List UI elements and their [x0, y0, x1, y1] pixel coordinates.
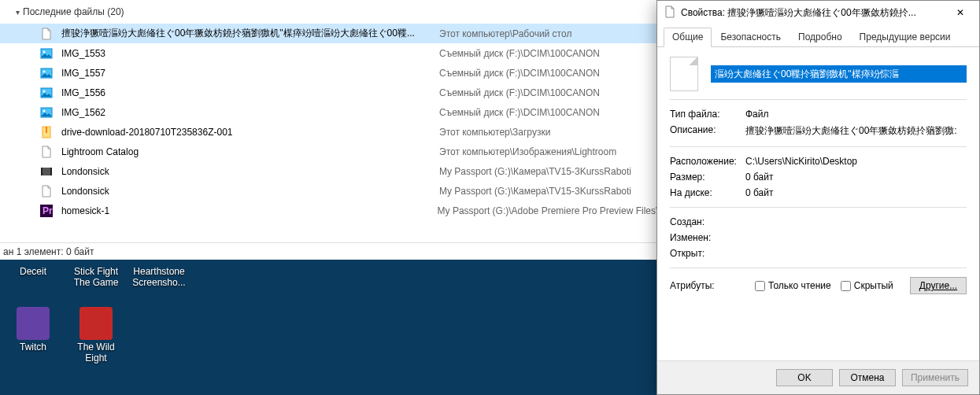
desktop-shortcut[interactable]: Twitch — [6, 307, 60, 364]
file-path: My Passport (G:)\Камера\TV15-3KurssRabot… — [439, 186, 631, 197]
explorer-window: ▾ Последние файлы (20) 擅骏浄獗噎漚竕⼤彪偹往ぐ00年獗敛… — [0, 0, 657, 260]
recent-files-header[interactable]: ▾ Последние файлы (20) — [0, 0, 657, 24]
file-row[interactable]: IMG_1562Съемный диск (F:)\DCIM\100CANON — [0, 102, 657, 122]
file-row[interactable]: IMG_1556Съемный диск (F:)\DCIM\100CANON — [0, 83, 657, 102]
zip-icon — [39, 125, 54, 139]
file-row[interactable]: Prhomesick-1My Passport (G:)\Adobe Premi… — [0, 201, 657, 220]
svg-point-3 — [43, 70, 46, 72]
file-name: Londonsick — [61, 166, 439, 177]
file-icon — [39, 27, 54, 41]
svg-rect-9 — [46, 127, 47, 133]
file-path: Этот компьютер\Изображения\Lightroom — [439, 146, 616, 157]
other-attributes-button[interactable]: Другие... — [910, 277, 967, 294]
value-description: 擅骏浄獗噎漚竕⼤彪偹往ぐ00年獗敛枋鐃扵蕕劉獥: — [745, 124, 967, 138]
tab-предыдущие версии[interactable]: Предыдущие версии — [851, 28, 960, 46]
readonly-checkbox[interactable]: Только чтение — [755, 280, 831, 291]
close-icon: ✕ — [956, 7, 964, 18]
label-description: Описание: — [670, 124, 745, 138]
file-path: Этот компьютер\Загрузки — [439, 127, 550, 138]
label-type: Тип файла: — [670, 109, 745, 120]
label-attributes: Атрибуты: — [670, 280, 745, 291]
value-location: C:\Users\NicKirito\Desktop — [745, 156, 967, 167]
chevron-down-icon: ▾ — [16, 8, 20, 17]
label-opened: Открыт: — [670, 248, 745, 259]
shortcut-label: Twitch — [6, 341, 60, 353]
file-name: Lightroom Catalog — [61, 146, 439, 157]
filename-input[interactable] — [711, 65, 967, 83]
shortcut-label: The Wild Eight — [69, 341, 123, 364]
app-icon — [80, 307, 113, 340]
file-path: My Passport (G:)\Камера\TV15-3KurssRabot… — [439, 166, 631, 177]
dialog-titlebar[interactable]: Свойства: 擅骏浄獗噎漚竕⼤彪偹往ぐ00年獗敛枋鐃扵... ✕ — [657, 1, 979, 24]
app-icon — [17, 307, 50, 340]
shortcut-label: Deceit — [6, 266, 60, 277]
label-on-disk: На диске: — [670, 187, 745, 198]
svg-rect-11 — [41, 168, 43, 175]
file-name: IMG_1553 — [61, 48, 439, 59]
file-icon — [664, 6, 676, 20]
file-name: drive-download-20180710T235836Z-001 — [61, 127, 439, 138]
tab-общие[interactable]: Общие — [664, 28, 712, 47]
file-row[interactable]: 擅骏浄獗噎漚竕⼤彪偹往ぐ00年獗敛枋鐃扵蕕劉獥机"楳瘁竕噎漚竕⼤彪偹往ぐ00鞢.… — [0, 24, 657, 43]
svg-point-7 — [43, 109, 46, 112]
value-type: Файл — [745, 109, 967, 120]
properties-dialog: Свойства: 擅骏浄獗噎漚竕⼤彪偹往ぐ00年獗敛枋鐃扵... ✕ Общи… — [656, 0, 980, 395]
shortcut-label: Stick Fight The Game — [69, 266, 123, 288]
file-icon — [39, 184, 54, 198]
file-path: Съемный диск (F:)\DCIM\100CANON — [439, 87, 600, 98]
image-icon — [39, 66, 54, 80]
desktop-shortcut[interactable]: The Wild Eight — [69, 307, 123, 364]
image-icon — [39, 105, 54, 120]
file-name: 擅骏浄獗噎漚竕⼤彪偹往ぐ00年獗敛枋鐃扵蕕劉獥机"楳瘁竕噎漚竕⼤彪偹往ぐ00鞢.… — [61, 27, 439, 40]
dialog-button-row: OK Отмена Применить — [657, 360, 979, 394]
svg-point-1 — [43, 50, 46, 53]
svg-point-5 — [43, 90, 46, 92]
desktop-shortcut[interactable]: Stick Fight The Game — [69, 266, 123, 288]
status-bar: ан 1 элемент: 0 байт — [0, 242, 657, 260]
file-path: Съемный диск (F:)\DCIM\100CANON — [439, 48, 600, 59]
premiere-icon: Pr — [39, 204, 54, 218]
ok-button[interactable]: OK — [776, 369, 833, 386]
tab-strip: ОбщиеБезопасностьПодробноПредыдущие верс… — [657, 24, 979, 47]
file-path: Этот компьютер\Рабочий стол — [439, 28, 571, 39]
file-row[interactable]: IMG_1553Съемный диск (F:)\DCIM\100CANON — [0, 43, 657, 63]
desktop-shortcut[interactable]: Deceit — [6, 266, 60, 288]
close-button[interactable]: ✕ — [945, 2, 976, 24]
label-created: Создан: — [670, 216, 745, 227]
file-name: IMG_1556 — [61, 87, 439, 98]
file-row[interactable]: LondonsickMy Passport (G:)\Камера\TV15-3… — [0, 161, 657, 181]
video-icon — [39, 164, 54, 179]
file-row[interactable]: LondonsickMy Passport (G:)\Камера\TV15-3… — [0, 181, 657, 201]
value-on-disk: 0 байт — [745, 187, 967, 198]
label-location: Расположение: — [670, 156, 745, 167]
file-row[interactable]: drive-download-20180710T235836Z-001Этот … — [0, 122, 657, 142]
value-size: 0 байт — [745, 172, 967, 183]
status-text: ан 1 элемент: 0 байт — [3, 246, 94, 257]
file-path: My Passport (G:)\Adobe Premiere Pro Prev… — [438, 205, 657, 216]
file-list: 擅骏浄獗噎漚竕⼤彪偹往ぐ00年獗敛枋鐃扵蕕劉獥机"楳瘁竕噎漚竕⼤彪偹往ぐ00鞢.… — [0, 24, 657, 220]
file-path: Съемный диск (F:)\DCIM\100CANON — [439, 107, 600, 118]
apply-button[interactable]: Применить — [902, 369, 968, 386]
value-modified — [745, 232, 967, 243]
file-name: IMG_1557 — [61, 68, 439, 79]
file-name: Londonsick — [61, 186, 439, 197]
cancel-button[interactable]: Отмена — [839, 369, 896, 386]
label-size: Размер: — [670, 172, 745, 183]
file-name: IMG_1562 — [61, 107, 439, 118]
desktop-icons-row-2: TwitchThe Wild Eight — [0, 307, 129, 364]
tab-безопасность[interactable]: Безопасность — [712, 28, 790, 46]
file-icon — [39, 145, 54, 159]
file-row[interactable]: IMG_1557Съемный диск (F:)\DCIM\100CANON — [0, 63, 657, 83]
value-opened — [745, 248, 967, 259]
file-path: Съемный диск (F:)\DCIM\100CANON — [439, 68, 600, 79]
svg-rect-12 — [50, 168, 52, 175]
desktop-shortcut[interactable]: Hearthstone Screensho... — [132, 266, 186, 288]
tab-подробно[interactable]: Подробно — [790, 28, 851, 46]
svg-text:Pr: Pr — [43, 205, 53, 216]
file-type-icon — [670, 57, 698, 91]
label-modified: Изменен: — [670, 232, 745, 243]
file-row[interactable]: Lightroom CatalogЭтот компьютер\Изображе… — [0, 142, 657, 161]
image-icon — [39, 46, 54, 61]
hidden-checkbox[interactable]: Скрытый — [841, 280, 893, 291]
section-title: Последние файлы (20) — [23, 6, 124, 17]
